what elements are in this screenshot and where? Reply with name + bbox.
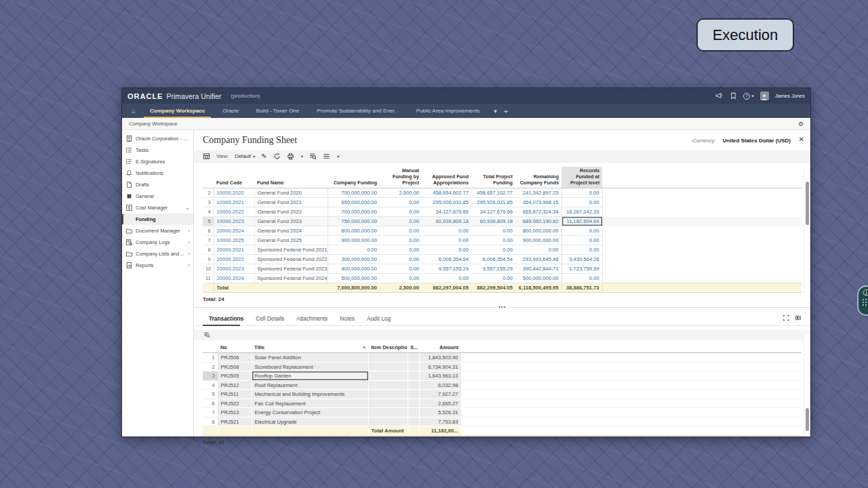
transaction-cell-item[interactable]: [368, 353, 408, 363]
funding-cell-remaining[interactable]: 390,442,844.71: [515, 264, 561, 274]
transaction-cell-title[interactable]: Solar Panel Addition: [252, 353, 368, 363]
fund-code-link[interactable]: 10000.2021: [214, 198, 254, 207]
nav-tab-public-area-improvements[interactable]: Public Area Improvements: [408, 104, 488, 118]
column-header-s[interactable]: S...: [408, 342, 419, 353]
funding-cell-remaining[interactable]: 665,872,324.34: [515, 207, 561, 217]
funding-cell-manual[interactable]: 0.00: [380, 264, 422, 274]
transaction-cell-amount[interactable]: 6,734,904.31: [419, 362, 461, 371]
funding-cell-manual[interactable]: 2,500.00: [380, 188, 422, 198]
transaction-cell-s[interactable]: [408, 353, 419, 363]
row-number[interactable]: 10: [203, 264, 214, 274]
row-number[interactable]: 3: [203, 198, 214, 207]
column-header-fund-code[interactable]: Fund Code: [214, 167, 254, 188]
funding-cell-approved[interactable]: 34,127,675.66: [422, 207, 471, 217]
menu-icon[interactable]: [323, 152, 330, 160]
gear-icon[interactable]: ⚙: [798, 121, 804, 127]
fund-code-link[interactable]: 10000.2020: [214, 188, 254, 198]
funding-cell-total_project[interactable]: 0.00: [471, 226, 515, 236]
transaction-cell-amount[interactable]: 7,927.27: [419, 390, 461, 399]
funding-scrollbar-thumb[interactable]: [806, 182, 809, 225]
fund-name-cell[interactable]: Sponsored Federal Fund 2022: [254, 255, 328, 264]
row-number[interactable]: 9: [203, 255, 214, 264]
row-number[interactable]: 4: [203, 380, 218, 390]
sidebar-item-e-signatures[interactable]: E-Signatures: [122, 156, 193, 167]
funding-cell-company[interactable]: 700,000,000.00: [328, 207, 380, 217]
row-number[interactable]: 8: [203, 245, 214, 255]
transaction-cell-title[interactable]: Rooftop Garden: [252, 371, 368, 381]
transaction-cell-no[interactable]: PRJ508: [218, 362, 252, 371]
column-header-fund-name[interactable]: Fund Name: [254, 167, 328, 188]
funding-cell-approved[interactable]: 0.00: [422, 245, 471, 255]
fund-name-cell[interactable]: Sponsored Federal Fund 2024: [254, 274, 328, 283]
funding-cell-total_project[interactable]: 0.00: [471, 274, 515, 283]
search-table-icon[interactable]: [309, 152, 317, 160]
home-icon[interactable]: ⌂: [126, 104, 141, 118]
funding-cell-manual[interactable]: 0.00: [380, 226, 422, 236]
fund-code-link[interactable]: 10000.2022: [214, 207, 254, 217]
transaction-cell-no[interactable]: PRJ505: [218, 371, 252, 381]
expand-icon[interactable]: [783, 314, 789, 323]
funding-cell-total_project[interactable]: 6,006,354.54: [471, 255, 515, 264]
fund-code-link[interactable]: 20000.2024: [214, 274, 254, 283]
nav-tab-promote-sustainability-and-ener[interactable]: Promote Sustainability and Ener...: [308, 104, 408, 118]
transaction-cell-title[interactable]: Roof Replacement: [252, 380, 368, 390]
funding-cell-company[interactable]: 500,000,000.00: [328, 274, 380, 283]
funding-cell-company[interactable]: 0.00: [328, 245, 380, 255]
print-chevron-icon[interactable]: ▾: [301, 154, 303, 159]
transaction-cell-title[interactable]: Scoreboard Replacement: [252, 362, 368, 371]
funding-cell-company[interactable]: 900,000,000.00: [328, 236, 380, 245]
funding-cell-manual[interactable]: 0.00: [380, 274, 422, 283]
funding-cell-manual[interactable]: 0.00: [380, 198, 422, 207]
transaction-cell-s[interactable]: [408, 399, 419, 408]
column-header-company-funding[interactable]: Company Funding: [328, 167, 380, 188]
column-header-item-description[interactable]: Item Description: [368, 342, 408, 353]
sidebar-item-reports[interactable]: Reports›: [122, 260, 193, 271]
tab-attachments[interactable]: Attachments: [290, 315, 334, 325]
funding-cell-total_project[interactable]: 295,926,031.85: [471, 198, 515, 207]
refresh-icon[interactable]: [273, 152, 281, 160]
tab-notes[interactable]: Notes: [334, 315, 361, 325]
funding-cell-remaining[interactable]: 0.00: [515, 245, 561, 255]
transaction-cell-title[interactable]: Electrical Upgrade: [252, 417, 368, 426]
transaction-cell-no[interactable]: PRJ513: [218, 408, 252, 418]
search-table-icon[interactable]: [203, 331, 210, 340]
view-dropdown[interactable]: Default ▾: [235, 153, 255, 159]
transaction-cell-title[interactable]: Energy Conservation Project: [252, 408, 368, 418]
panel-layout-icon[interactable]: [795, 314, 802, 323]
funding-cell-records[interactable]: 0.00: [561, 198, 602, 207]
fund-code-link[interactable]: 20000.2021: [214, 245, 254, 255]
add-tab-button[interactable]: +: [504, 107, 508, 115]
column-header-total-project-funding[interactable]: Total Project Funding: [471, 167, 515, 188]
transactions-scrollbar-thumb[interactable]: [806, 408, 809, 431]
funding-cell-company[interactable]: 650,000,000.00: [328, 198, 380, 207]
funding-cell-records[interactable]: 3,439,564.26: [561, 255, 602, 264]
funding-cell-approved[interactable]: 0.00: [422, 226, 471, 236]
transaction-cell-title[interactable]: Fan Coil Replacement: [252, 399, 368, 408]
row-number[interactable]: 6: [203, 399, 218, 408]
funding-cell-manual[interactable]: 0.00: [380, 217, 422, 226]
avatar[interactable]: [760, 92, 769, 100]
column-header-approved-fund-appropriations[interactable]: Approved Fund Appropriations: [422, 167, 471, 188]
row-number[interactable]: 4: [203, 207, 214, 217]
transaction-cell-item[interactable]: [368, 362, 408, 371]
transaction-cell-amount[interactable]: 7,753.83: [419, 417, 461, 426]
fund-name-cell[interactable]: General Fund 2021: [254, 198, 328, 207]
row-number[interactable]: 7: [203, 408, 218, 418]
fund-name-cell[interactable]: General Fund 2023: [254, 217, 328, 226]
fund-name-cell[interactable]: Sponsored Federal Fund 2023: [254, 264, 328, 274]
funding-cell-total_project[interactable]: 458,657,102.77: [471, 188, 515, 198]
funding-cell-approved[interactable]: 0.00: [422, 236, 471, 245]
nav-tab-build-tower-one[interactable]: Build - Tower One: [248, 104, 308, 118]
funding-cell-total_project[interactable]: 9,557,155.29: [471, 264, 515, 274]
sidebar-item-oracle-corporation[interactable]: Oracle Corporation - ...: [122, 133, 193, 144]
transaction-cell-amount[interactable]: 1,843,503.90: [419, 353, 461, 363]
fund-name-cell[interactable]: General Fund 2025: [254, 236, 328, 245]
sidebar-item-funding[interactable]: Funding: [122, 214, 193, 225]
sidebar-item-cost-manager[interactable]: $Cost Manager⌄: [122, 202, 193, 214]
funding-cell-approved[interactable]: 295,926,031.85: [422, 198, 471, 207]
nav-overflow-chevron-icon[interactable]: ▾: [494, 108, 497, 115]
funding-cell-manual[interactable]: 0.00: [380, 207, 422, 217]
transaction-cell-no[interactable]: PRJ506: [218, 353, 252, 363]
funding-cell-records[interactable]: 0.00: [561, 236, 602, 245]
funding-cell-records[interactable]: 0.00: [561, 226, 602, 236]
